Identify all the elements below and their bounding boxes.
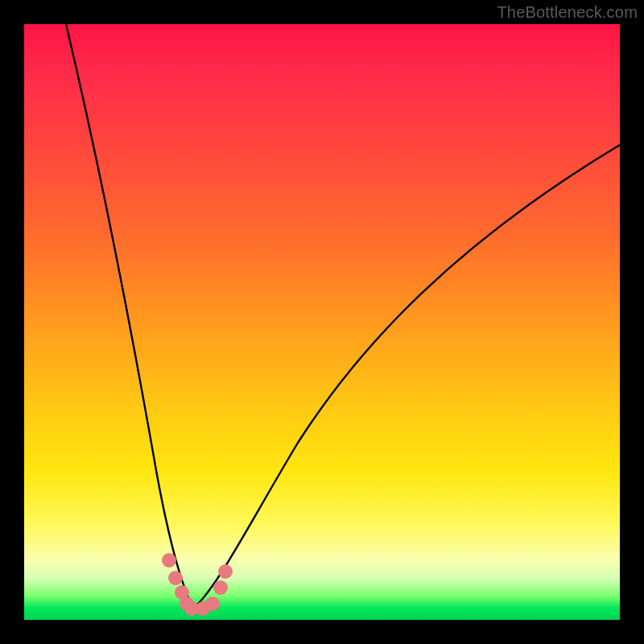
curve-left-branch: [66, 24, 193, 609]
watermark-text: TheBottleneck.com: [497, 3, 638, 22]
curve-layer: [24, 24, 620, 620]
plot-area: [24, 24, 620, 620]
svg-point-7: [213, 580, 228, 595]
svg-point-6: [205, 597, 220, 611]
svg-point-1: [168, 571, 183, 585]
chart-frame: TheBottleneck.com: [0, 0, 644, 644]
svg-point-8: [218, 564, 233, 579]
svg-point-0: [162, 553, 176, 568]
curve-right-branch: [193, 145, 620, 609]
valley-markers: [162, 553, 233, 616]
